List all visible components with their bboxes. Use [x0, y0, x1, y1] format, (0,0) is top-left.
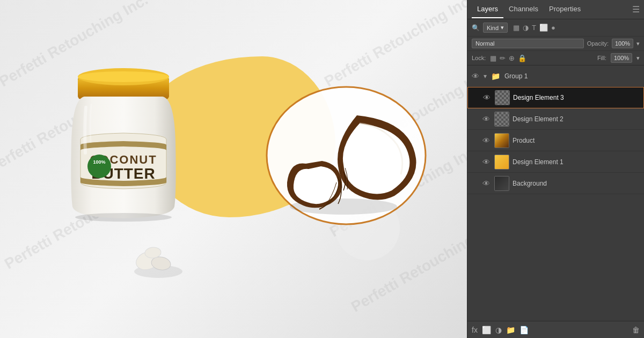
kind-select[interactable]: Kind ▾ — [483, 23, 508, 33]
filter-adjustment-icon[interactable]: ◑ — [523, 24, 529, 32]
layer-item-design-element-2[interactable]: 👁 Design Element 2 — [467, 108, 644, 130]
tab-layers[interactable]: Layers — [472, 1, 503, 18]
layer-name-design-element-3: Design Element 3 — [513, 94, 639, 101]
lock-row: Lock: ▦ ✏ ⊕ 🔒 Fill: 100% ▾ — [467, 51, 644, 65]
panel-menu-icon[interactable]: ☰ — [632, 4, 640, 14]
thumb-checker-3 — [495, 91, 509, 105]
panel-bottom: fx ⬜ ◑ 📁 📄 🗑 — [467, 321, 644, 338]
filter-shape-icon[interactable]: ⬜ — [539, 24, 548, 32]
layer-item-group1[interactable]: 👁 ▾ 📁 Group 1 — [467, 65, 644, 87]
jar-illustration: COCONUT BUTTER 100% — [56, 56, 191, 225]
thumb-dark-bg — [495, 177, 509, 190]
layer-item-product[interactable]: 👁 Product — [467, 130, 644, 151]
eye-icon-design-element-1[interactable]: 👁 — [482, 158, 491, 166]
coconut-illustration — [260, 72, 432, 236]
layer-item-background[interactable]: 👁 Background — [467, 173, 644, 194]
coconut-flakes — [131, 242, 185, 282]
layer-thumb-background — [494, 176, 509, 191]
svg-point-17 — [301, 170, 333, 200]
filter-smart-icon[interactable]: ● — [551, 24, 555, 32]
svg-point-7 — [87, 155, 111, 178]
kind-label: Kind — [487, 25, 499, 31]
layer-item-design-element-1[interactable]: 👁 Design Element 1 — [467, 151, 644, 173]
eye-icon-product[interactable]: 👁 — [482, 136, 491, 145]
lock-transparency-icon[interactable]: ▦ — [490, 54, 496, 62]
blend-row: Normal Opacity: 100% ▾ — [467, 36, 644, 51]
opacity-dropdown-icon[interactable]: ▾ — [636, 40, 640, 47]
mask-button[interactable]: ⬜ — [482, 326, 491, 334]
filter-row: 🔍 Kind ▾ ▦ ◑ T ⬜ ● — [467, 19, 644, 36]
layer-name-background: Background — [513, 180, 640, 187]
layer-thumb-design-element-1 — [494, 155, 509, 170]
lock-paint-icon[interactable]: ✏ — [500, 54, 506, 62]
layer-name-product: Product — [513, 137, 640, 144]
lock-move-icon[interactable]: ⊕ — [509, 54, 515, 62]
chevron-icon-group1[interactable]: ▾ — [484, 72, 487, 80]
layer-item-design-element-3[interactable]: 👁 Design Element 3 — [467, 87, 644, 108]
svg-text:100%: 100% — [93, 159, 105, 165]
thumb-yellow-1 — [495, 155, 509, 169]
opacity-label: Opacity: — [587, 40, 609, 47]
layer-thumb-design-element-3 — [495, 90, 510, 105]
layer-name-design-element-2: Design Element 2 — [513, 115, 640, 123]
eye-icon-design-element-2[interactable]: 👁 — [482, 115, 491, 123]
tab-properties[interactable]: Properties — [544, 1, 586, 18]
canvas-area: Perfetti Retouching Inc. Perfetti Retouc… — [0, 0, 467, 338]
fx-button[interactable]: fx — [472, 326, 478, 334]
eye-icon-group1[interactable]: 👁 — [472, 72, 480, 80]
filter-type-icon[interactable]: T — [532, 24, 536, 32]
adjustment-button[interactable]: ◑ — [495, 326, 502, 334]
filter-search-icon: 🔍 — [472, 24, 480, 32]
filter-pixel-icon[interactable]: ▦ — [513, 24, 519, 32]
opacity-value[interactable]: 100% — [612, 39, 633, 48]
lock-icons: ▦ ✏ ⊕ 🔒 — [490, 54, 526, 62]
delete-layer-button[interactable]: 🗑 — [632, 326, 640, 334]
filter-icons: ▦ ◑ T ⬜ ● — [513, 24, 555, 32]
folder-icon-group1: 📁 — [491, 72, 500, 80]
svg-point-9 — [75, 213, 172, 222]
kind-chevron-icon: ▾ — [501, 24, 504, 31]
layer-name-design-element-1: Design Element 1 — [513, 158, 640, 166]
blend-mode-select[interactable]: Normal — [472, 39, 584, 48]
thumb-product-content — [495, 134, 509, 148]
layers-panel: Layers Channels Properties ☰ 🔍 Kind ▾ ▦ … — [467, 0, 644, 338]
tab-channels[interactable]: Channels — [503, 1, 544, 18]
eye-icon-design-element-3[interactable]: 👁 — [483, 93, 492, 102]
svg-point-4 — [78, 71, 169, 82]
fill-dropdown-icon[interactable]: ▾ — [636, 55, 640, 62]
panel-tabs: Layers Channels Properties ☰ — [467, 0, 644, 19]
fill-value[interactable]: 100% — [611, 53, 632, 63]
new-layer-button[interactable]: 📄 — [519, 326, 529, 334]
svg-point-16 — [349, 131, 408, 187]
layer-thumb-design-element-2 — [494, 112, 509, 127]
layer-list: 👁 ▾ 📁 Group 1 👁 Design Element 3 👁 Desig… — [467, 65, 644, 321]
layer-name-group1: Group 1 — [504, 72, 640, 80]
lock-label: Lock: — [472, 55, 486, 61]
layer-thumb-product — [494, 133, 509, 148]
thumb-checker-2 — [495, 112, 509, 126]
fill-label: Fill: — [597, 55, 606, 61]
lock-artboard-icon[interactable]: 🔒 — [518, 54, 526, 62]
illustration-scene: COCONUT BUTTER 100% — [24, 13, 443, 325]
group-button[interactable]: 📁 — [506, 326, 515, 334]
eye-icon-background[interactable]: 👁 — [482, 179, 491, 188]
